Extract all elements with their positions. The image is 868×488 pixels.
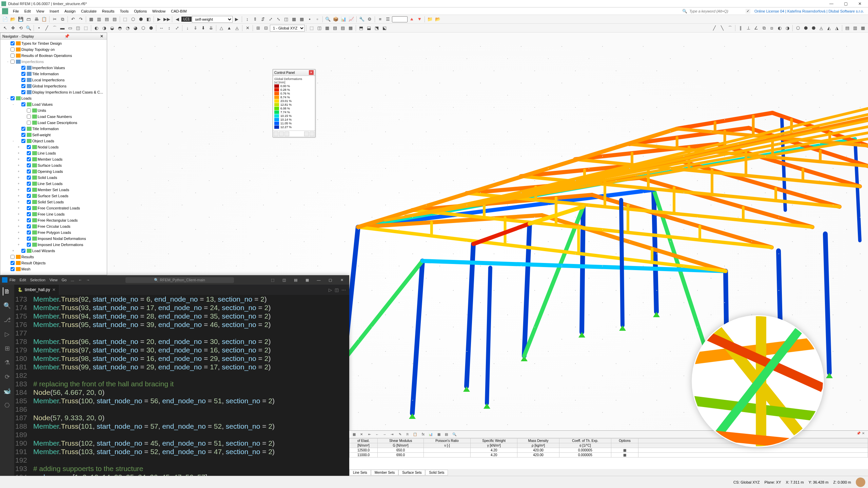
table-row[interactable]: 12500.0650.04.20420.000.000005▦ [350,448,868,453]
load4-icon[interactable]: ⇊ [207,24,215,32]
license-check-icon[interactable]: ✓ [746,9,750,14]
tree-item[interactable]: +Solid Set Loads [0,199,107,205]
vscode-menu-selection[interactable]: Selection [28,278,47,282]
tree-item[interactable]: Self-weight [0,132,107,138]
table-tab[interactable]: Member Sets [371,470,398,475]
menu-assign[interactable]: Assign [62,9,78,13]
tree-checkbox[interactable] [11,96,15,100]
tree-item[interactable]: Title Information [0,126,107,132]
r13-icon[interactable]: ⬣ [810,24,817,32]
dim1-icon[interactable]: ↔ [158,24,165,32]
tree-checkbox[interactable] [27,151,31,155]
vscode-nav-back[interactable]: ← [76,278,84,282]
zoom-icon[interactable]: 🔍 [25,24,32,32]
tree-item[interactable]: Load Case Descriptions [0,120,107,126]
extensions-icon[interactable]: ⊞ [3,344,11,352]
tbl-btn6[interactable]: ⇥ [389,431,395,438]
res11-icon[interactable]: 🔍 [324,16,332,23]
vscode-menu-edit[interactable]: Edit [18,278,28,282]
solid2-icon[interactable]: ◫ [74,24,82,32]
g1-icon[interactable]: ⊞ [254,24,262,32]
del-icon[interactable]: ✕ [244,24,251,32]
sup1-icon[interactable]: △ [218,24,225,32]
select-icon[interactable]: ↖ [1,24,9,32]
res7-icon[interactable]: ▦ [290,16,298,23]
r4-icon[interactable]: ∥ [737,24,744,32]
d3-icon[interactable]: ◒ [108,24,116,32]
vscode-nav-fwd[interactable]: → [84,278,92,282]
tree-item[interactable]: Local Imperfections [0,77,107,83]
r6-icon[interactable]: ∠ [752,24,760,32]
tree-item[interactable]: Display Imperfections in Load Cases & C.… [0,89,107,95]
tree-item[interactable]: Imperfection Values [0,65,107,71]
s7-icon[interactable]: ⬒ [357,24,365,32]
cp-btn2[interactable] [279,131,284,136]
res5-icon[interactable]: ⤡ [275,16,282,23]
view4-icon[interactable]: ▧ [111,16,118,23]
run-icon[interactable]: ▷ [329,287,332,292]
tree-item[interactable]: Global Imperfections [0,83,107,89]
code-line[interactable]: Member.Truss(102, start_node_no = 45, en… [33,439,275,447]
res17-icon[interactable]: ≡ [376,16,384,23]
search-input[interactable] [689,9,744,13]
load1-icon[interactable]: ↓ [184,24,191,32]
tab-close-icon[interactable]: ✕ [52,287,56,292]
res21-icon[interactable]: 📁 [426,16,434,23]
tree-checkbox[interactable] [11,267,15,271]
solid-icon[interactable]: ⬢ [137,16,144,23]
saveall-icon[interactable]: 🗃 [25,16,32,23]
tree-checkbox[interactable] [21,127,25,131]
menu-window[interactable]: Window [150,9,168,13]
table-close-icon[interactable]: ✕ [862,431,867,436]
tree-checkbox[interactable] [11,60,15,64]
code-line[interactable]: Node(56, 4.667, 20, 0) [33,388,104,396]
tbl-btn11[interactable]: 📊 [427,431,434,438]
load3-icon[interactable]: ⬇ [199,24,207,32]
code-line[interactable]: Member.Truss(99, start_node_no = 29, end… [33,363,271,371]
wire-icon[interactable]: ⬡ [129,16,137,23]
vscode-menu-file[interactable]: File [7,278,18,282]
s4-icon[interactable]: ▧ [331,24,339,32]
navigator-close-icon[interactable]: ✕ [100,34,103,39]
navigator-pin-icon[interactable]: 📌 [64,34,70,39]
d8-icon[interactable]: ⬢ [147,24,155,32]
materials-table[interactable]: of Elast.Shear ModulusPoisson's RatioSpe… [349,438,868,458]
tbl-btn4[interactable]: ← [374,431,380,438]
vscode-search[interactable]: 🔍 RFEM_Python_Client-main [125,277,234,283]
vscode-layout4-icon[interactable]: ▦ [302,278,313,282]
split-icon[interactable]: ◫ [335,287,339,292]
scale-input[interactable] [392,16,408,22]
code-line[interactable]: Member.Truss(100, start_node_no = 56, en… [33,396,275,405]
code-line[interactable]: Member.Truss(94, start_node_no = 28, end… [33,312,271,320]
g2-icon[interactable]: ⊟ [262,24,270,32]
search2-icon[interactable]: 🔍 [3,302,11,310]
tbl-btn13[interactable]: ▤ [443,431,450,438]
member-icon[interactable]: ▬ [59,24,66,32]
tree-checkbox[interactable] [11,255,15,259]
r10-icon[interactable]: ◑ [784,24,791,32]
prev-lc-icon[interactable]: ◀ [174,16,181,23]
tree-checkbox[interactable] [21,133,25,137]
print-icon[interactable]: 🖶 [33,16,40,23]
r11-icon[interactable]: ⬡ [794,24,802,32]
tree-checkbox[interactable] [27,230,31,235]
menu-results[interactable]: Results [99,9,117,13]
remote-icon[interactable]: ⟳ [3,373,11,381]
tree-item[interactable]: +Free Concentrated Loads [0,205,107,211]
tree-checkbox[interactable] [27,121,31,125]
vscode-menu-view[interactable]: View [47,278,60,282]
table-tab[interactable]: Line Sets [349,470,371,475]
gitlens-icon[interactable]: ⎔ [3,401,11,409]
tree-item[interactable]: Results [0,254,107,260]
tree-item[interactable]: Result Objects [0,260,107,266]
res3-icon[interactable]: ⇵ [259,16,267,23]
scm-icon[interactable]: ⎇ [3,316,11,324]
s10-icon[interactable]: ⬕ [381,24,388,32]
tree-checkbox[interactable] [11,41,15,45]
tbl-btn12[interactable]: ▦ [435,431,442,438]
r9-icon[interactable]: ◐ [776,24,783,32]
code-line[interactable]: # adding suppoerts to the structure [33,464,143,473]
tbl-btn10[interactable]: fx [420,431,427,438]
res10-icon[interactable]: ▫ [314,16,321,23]
res4-icon[interactable]: ⤢ [267,16,274,23]
